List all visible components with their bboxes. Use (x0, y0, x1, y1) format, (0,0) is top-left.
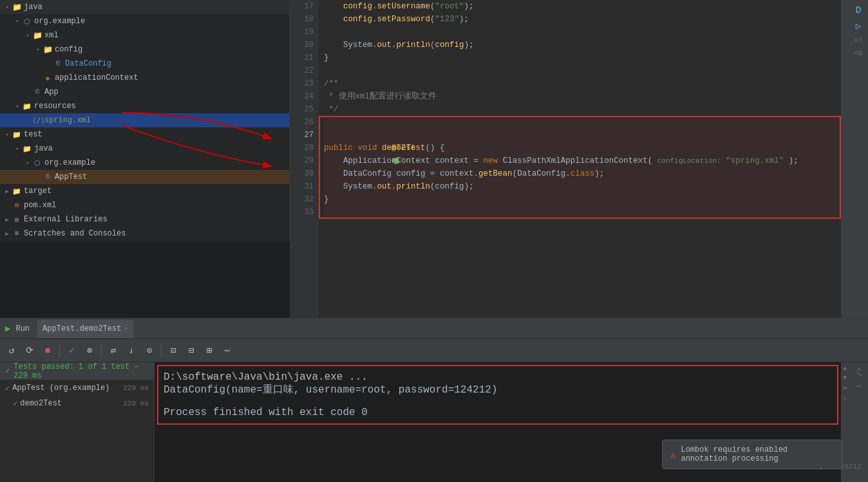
tab-apptest[interactable]: AppTest.demo2Test ✕ (37, 320, 133, 338)
tree-label-org: org.example (34, 17, 85, 26)
arrow-org: ▾ (13, 18, 22, 25)
scroll-up[interactable]: ▲ (843, 365, 847, 372)
tree-resources[interactable]: ▾ 📁 resources (0, 99, 289, 113)
tree-label-test-org: org.example (44, 158, 95, 167)
test-check-apptest: ✓ (5, 384, 10, 393)
code-line-27: @Test (324, 129, 841, 142)
tree-app[interactable]: © App (0, 85, 289, 99)
resources-icon: 📁 (22, 102, 32, 111)
tree-external[interactable]: ▶ ⊞ External Libraries (0, 212, 289, 227)
arrow-external: ▶ (3, 216, 12, 223)
package-icon: ⬡ (22, 17, 32, 26)
code-line-17: config.setUsername("root"); (324, 0, 841, 13)
line-numbers: 17 18 19 20 21 22 23 24 25 26 27 28 29 3… (290, 0, 319, 318)
scroll-end[interactable]: ⇓ (843, 394, 847, 402)
test-item-demo2[interactable]: ✓ demo2Test 229 ms (0, 396, 154, 411)
toolbar-export[interactable]: ⊡ (165, 343, 181, 358)
tree-label-target: target (24, 187, 52, 196)
right-panel: D ▷ <? <b (849, 0, 868, 318)
bottom-tabs: ▶ Run AppTest.demo2Test ✕ (0, 319, 868, 339)
tree-label-app: App (44, 88, 59, 97)
toolbar-check[interactable]: ✓ (64, 343, 79, 358)
divider-3 (161, 344, 162, 357)
tree-label-java: java (24, 3, 42, 12)
code-content: 17 18 19 20 21 22 23 24 25 26 27 28 29 3… (290, 0, 849, 318)
xml-icon: ◈ (42, 74, 53, 82)
bottom-right-icon[interactable]: </ (854, 367, 863, 376)
test-java-icon: 📁 (22, 145, 32, 153)
notification-text: Lombok requires enabled annotation proce… (681, 445, 834, 463)
toolbar-restart[interactable]: ↺ (4, 343, 19, 358)
console-box: D:\software\Java\bin\java.exe ... DataCo… (157, 365, 838, 425)
right-icon-3[interactable]: <? (854, 37, 862, 44)
test-folder-icon: 📁 (12, 131, 22, 139)
tree-xml[interactable]: ▾ 📁 xml (0, 28, 289, 42)
scrollbar[interactable] (841, 0, 849, 318)
tree-java[interactable]: ▾ 📁 java (0, 0, 289, 14)
tree-label-external: External Libraries (24, 215, 108, 224)
toolbar-stop[interactable]: ■ (40, 343, 55, 358)
tab-close[interactable]: ✕ (124, 325, 127, 333)
toolbar-sort1[interactable]: ⇄ (106, 343, 121, 358)
sidebar: ▾ 📁 java ▾ ⬡ org.example ▾ 📁 xml ▾ 📁 con… (0, 0, 290, 318)
console-line-2: DataConfig(name=重口味, username=root, pass… (164, 383, 832, 396)
toolbar-camera[interactable]: ⊙ (142, 343, 157, 358)
toolbar-refresh[interactable]: ⟳ (22, 343, 37, 358)
arrow-test-java: ▾ (13, 145, 22, 153)
code-line-29: ApplicationContext context = new ClassPa… (324, 154, 841, 167)
arrow-scratches: ▶ (3, 230, 12, 237)
code-line-30: DataConfig config = context.getBean(Data… (324, 167, 841, 180)
run-icon: ▶ (5, 323, 10, 334)
toolbar-share[interactable]: ⊞ (202, 343, 217, 358)
scroll-wrap[interactable]: ⇌ (843, 384, 847, 392)
test-status-bar: ✓ Tests passed: 1 of 1 test – 229 ms (0, 362, 154, 380)
toolbar-more[interactable]: ⋯ (220, 343, 235, 358)
scroll-down[interactable]: ▼ (843, 375, 847, 382)
tree-pom[interactable]: m pom.xml (0, 198, 289, 212)
target-icon: 📁 (12, 187, 22, 196)
test-label-apptest: AppTest (org.example) (12, 384, 109, 393)
tree-config[interactable]: ▾ 📁 config (0, 42, 289, 57)
code-lines: 17 18 19 20 21 22 23 24 25 26 27 28 29 3… (290, 0, 849, 318)
console-spacer (164, 396, 832, 407)
test-time-demo2: 229 ms (123, 400, 154, 407)
right-icon-4[interactable]: <b (854, 50, 862, 57)
pom-icon: m (12, 201, 22, 209)
arrow-test: ▾ (3, 131, 12, 138)
tree-label-test-java: java (34, 144, 53, 153)
test-check-demo2: ✓ (13, 399, 17, 409)
app-icon: © (32, 88, 42, 96)
tree-target[interactable]: ▶ 📁 target (0, 184, 289, 198)
tree-org-example[interactable]: ▾ ⬡ org.example (0, 14, 289, 28)
tree-test-org[interactable]: ▾ ⬡ org.example (0, 156, 289, 170)
spring-xml-icon: ⟨/⟩ (32, 116, 42, 125)
tree-scratches[interactable]: ▶ ≡ Scratches and Consoles (0, 227, 289, 241)
tree-label-appcontext: applicationContext (55, 73, 138, 82)
apptest-icon: © (42, 173, 53, 181)
code-body: config.setUsername("root"); config.setPa… (319, 0, 841, 318)
code-line-24: * 使用xml配置进行读取文件 (324, 90, 841, 103)
class-icon: © (53, 60, 63, 68)
tree-test[interactable]: ▾ 📁 test (0, 127, 289, 142)
toolbar-sort2[interactable]: ⇃ (124, 343, 139, 358)
tree-label-spring: spring.xml (44, 116, 91, 125)
code-line-20: System.out.println(config); (324, 39, 841, 51)
tree-dataconfig[interactable]: © DataConfig (0, 57, 289, 71)
tree-appcontext[interactable]: ◈ applicationContext (0, 71, 289, 85)
bottom-right-icon2[interactable]: ⋯ (856, 382, 860, 391)
tree-spring-xml[interactable]: ⟨/⟩ spring.xml (0, 113, 289, 127)
test-org-icon: ⬡ (32, 159, 42, 167)
test-label-demo2: demo2Test (20, 399, 62, 408)
right-icon-1[interactable]: D (856, 5, 861, 15)
tree-apptest[interactable]: © AppTest (0, 170, 289, 184)
code-line-23: /** (324, 77, 841, 90)
tree-test-java[interactable]: ▾ 📁 java (0, 142, 289, 156)
xml-folder-icon: 📁 (32, 31, 42, 41)
code-line-31: System.out.println(config); (324, 180, 841, 193)
test-item-apptest[interactable]: ✓ AppTest (org.example) 229 ms (0, 380, 154, 396)
right-icon-2[interactable]: ▷ (856, 21, 861, 32)
tree-label-resources: resources (34, 102, 76, 111)
toolbar-import[interactable]: ⊟ (184, 343, 199, 358)
config-folder-icon: 📁 (42, 45, 53, 55)
toolbar-cross[interactable]: ⊗ (82, 343, 97, 358)
